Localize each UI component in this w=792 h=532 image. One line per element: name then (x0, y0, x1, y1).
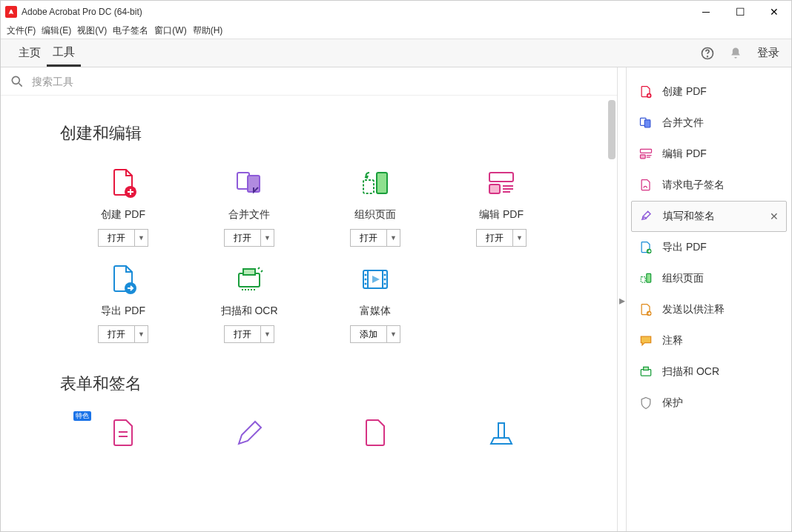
tool-open-button[interactable]: 打开▼ (476, 229, 527, 247)
stamp-icon (484, 416, 519, 451)
chevron-down-icon[interactable]: ▼ (134, 230, 148, 246)
tab-tools[interactable]: 工具 (47, 39, 81, 67)
chevron-down-icon[interactable]: ▼ (512, 230, 526, 246)
menu-esign[interactable]: 电子签名 (113, 24, 148, 37)
svg-point-2 (707, 56, 708, 56)
menu-window[interactable]: 窗口(W) (154, 24, 186, 37)
sidebar-item-comment[interactable]: 注释 (631, 325, 787, 356)
sidebar-item-organize[interactable]: 组织页面 (631, 263, 787, 294)
chevron-down-icon[interactable]: ▼ (260, 230, 274, 246)
tool-open-button[interactable]: 打开▼ (224, 325, 274, 343)
sidebar-item-export-pdf[interactable]: 导出 PDF (631, 232, 787, 263)
menu-help[interactable]: 帮助(H) (193, 24, 223, 37)
sidebar-item-create-pdf[interactable]: 创建 PDF (631, 76, 787, 107)
chevron-down-icon[interactable]: ▼ (386, 326, 400, 342)
tool-label: 创建 PDF (101, 208, 145, 222)
sidebar-item-label: 创建 PDF (662, 85, 707, 99)
scrollbar[interactable] (608, 100, 616, 159)
tool-export-pdf[interactable]: 导出 PDF 打开▼ (60, 262, 186, 343)
create-pdf-icon (105, 165, 141, 201)
tool-partial-2[interactable] (186, 416, 312, 459)
chevron-down-icon[interactable]: ▼ (260, 326, 274, 342)
svg-rect-10 (489, 173, 513, 182)
tool-combine-files[interactable]: 合并文件 打开▼ (186, 165, 312, 247)
form-icon (105, 416, 141, 451)
right-sidebar: 创建 PDF 合并文件 编辑 PDF 请求电子签名 填写和签名 ✕ 导出 PDF… (627, 67, 791, 532)
sidebar-item-scan-ocr[interactable]: 扫描和 OCR (631, 356, 787, 388)
tool-edit-pdf[interactable]: 编辑 PDF 打开▼ (438, 165, 564, 247)
sidebar-item-label: 填写和签名 (663, 210, 715, 223)
sidebar-item-request-esign[interactable]: 请求电子签名 (631, 170, 787, 201)
tool-partial-3[interactable] (312, 416, 438, 459)
protect-icon (638, 396, 653, 410)
chevron-down-icon[interactable]: ▼ (386, 230, 400, 246)
search-row (1, 67, 617, 96)
signin-button[interactable]: 登录 (757, 46, 779, 60)
sidebar-item-label: 编辑 PDF (662, 147, 707, 161)
tool-label: 组织页面 (354, 208, 396, 222)
tool-create-pdf[interactable]: 创建 PDF 打开▼ (60, 165, 186, 247)
organize-pages-icon (357, 165, 393, 201)
tab-home[interactable]: 主页 (13, 39, 47, 67)
search-input[interactable] (32, 76, 608, 87)
menu-view[interactable]: 视图(V) (77, 24, 107, 37)
chevron-down-icon[interactable]: ▼ (134, 326, 148, 342)
menu-edit[interactable]: 编辑(E) (42, 24, 71, 37)
window-title: Adobe Acrobat Pro DC (64-bit) (22, 7, 689, 17)
top-toolbar: 主页 工具 登录 (1, 39, 791, 67)
sidebar-item-label: 保护 (662, 396, 683, 410)
request-esign-icon (638, 178, 653, 193)
sidebar-item-combine[interactable]: 合并文件 (631, 107, 787, 139)
sidebar-item-edit-pdf[interactable]: 编辑 PDF (631, 139, 787, 170)
export-pdf-icon (105, 262, 141, 297)
svg-rect-9 (363, 180, 374, 193)
tool-rich-media[interactable]: 富媒体 添加▼ (312, 262, 438, 343)
tool-open-button[interactable]: 打开▼ (224, 229, 274, 247)
close-button[interactable]: ✕ (757, 1, 791, 23)
tool-organize-pages[interactable]: 组织页面 打开▼ (312, 165, 438, 247)
tool-forms-partial[interactable]: 特色 (60, 416, 186, 459)
tool-label: 导出 PDF (101, 305, 145, 318)
search-icon (10, 74, 24, 89)
sidebar-item-label: 请求电子签名 (662, 179, 725, 192)
panel-collapse-handle[interactable]: ▸ (618, 67, 627, 532)
close-icon[interactable]: ✕ (770, 210, 779, 222)
minimize-button[interactable]: ─ (689, 1, 723, 23)
sidebar-item-label: 注释 (662, 334, 683, 348)
svg-rect-31 (644, 120, 650, 127)
sidebar-item-fill-sign[interactable]: 填写和签名 ✕ (631, 201, 787, 232)
bell-icon[interactable] (725, 42, 747, 64)
main-panel: 创建和编辑 创建 PDF 打开▼ 合并文件 打开▼ 组织页面 (1, 67, 618, 532)
help-icon[interactable] (696, 42, 719, 64)
maximize-button[interactable]: ☐ (723, 1, 757, 23)
sidebar-item-send-comments[interactable]: 发送以供注释 (631, 294, 787, 325)
tool-add-button[interactable]: 添加▼ (350, 325, 400, 343)
sidebar-item-protect[interactable]: 保护 (631, 388, 787, 419)
svg-rect-38 (641, 277, 645, 283)
svg-line-4 (19, 83, 22, 86)
tool-partial-4[interactable] (438, 416, 564, 459)
rich-media-icon (357, 262, 393, 297)
create-pdf-icon (638, 84, 653, 99)
titlebar: Adobe Acrobat Pro DC (64-bit) ─ ☐ ✕ (1, 1, 791, 23)
combine-files-icon (231, 165, 267, 201)
featured-badge: 特色 (73, 411, 91, 421)
svg-point-21 (365, 274, 367, 276)
comment-icon (638, 333, 653, 348)
tool-scan-ocr[interactable]: 扫描和 OCR 打开▼ (186, 262, 312, 343)
edit-pdf-icon (484, 165, 519, 201)
section-forms-sign-title: 表单和签名 (60, 373, 587, 395)
section-create-edit-title: 创建和编辑 (60, 122, 587, 144)
tool-open-button[interactable]: 打开▼ (98, 325, 148, 343)
tool-label: 富媒体 (360, 305, 391, 318)
tool-open-button[interactable]: 打开▼ (98, 229, 148, 247)
tool-label: 扫描和 OCR (221, 305, 278, 318)
tool-open-button[interactable]: 打开▼ (350, 229, 400, 247)
acrobat-app-icon (5, 6, 17, 18)
export-pdf-icon (638, 240, 653, 255)
tool-label: 编辑 PDF (479, 208, 524, 222)
combine-files-icon (638, 116, 653, 130)
menu-file[interactable]: 文件(F) (7, 24, 36, 37)
tools-scroll-area[interactable]: 创建和编辑 创建 PDF 打开▼ 合并文件 打开▼ 组织页面 (1, 96, 617, 532)
sidebar-item-label: 导出 PDF (662, 241, 707, 254)
